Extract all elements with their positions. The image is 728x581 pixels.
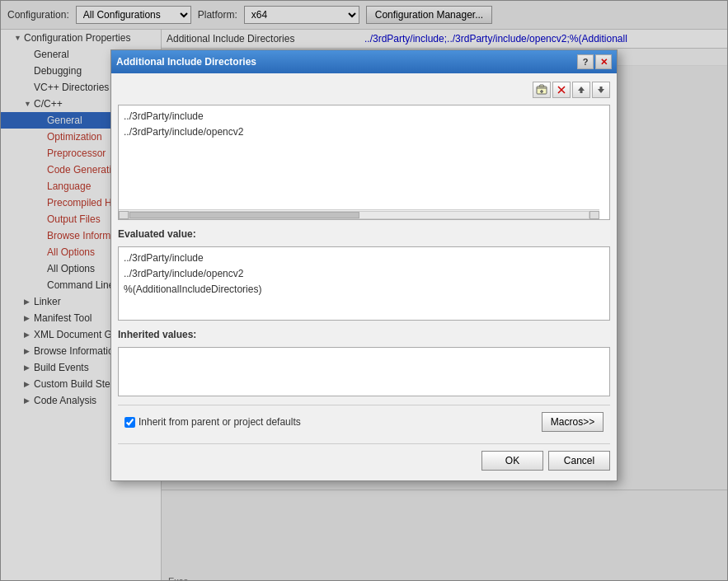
- dialog-title: Additional Include Directories: [116, 56, 256, 68]
- list-item[interactable]: ../3rdParty/include: [124, 109, 604, 124]
- cancel-button[interactable]: Cancel: [548, 451, 610, 471]
- dialog-footer: Inherit from parent or project defaults …: [118, 405, 610, 438]
- dialog-content: ../3rdParty/include ../3rdParty/include/…: [111, 73, 617, 480]
- dialog-titlebar: Additional Include Directories ? ✕: [111, 50, 617, 73]
- dialog-help-button[interactable]: ?: [577, 54, 594, 69]
- inherit-label-text: Inherit from parent or project defaults: [139, 416, 301, 428]
- list-item[interactable]: ../3rdParty/include/opencv2: [124, 124, 604, 140]
- move-down-button[interactable]: [592, 82, 610, 98]
- inherit-checkbox-label: Inherit from parent or project defaults: [124, 416, 301, 428]
- ok-cancel-area: OK Cancel: [118, 443, 610, 474]
- eval-line-1: ../3rdParty/include: [124, 251, 604, 266]
- dialog: Additional Include Directories ? ✕: [110, 49, 618, 481]
- dialog-close-button[interactable]: ✕: [595, 54, 612, 69]
- footer-left: Inherit from parent or project defaults: [124, 416, 301, 428]
- ok-button[interactable]: OK: [481, 451, 543, 471]
- move-up-button[interactable]: [572, 82, 590, 98]
- eval-line-2: ../3rdParty/include/opencv2: [124, 266, 604, 282]
- dialog-titlebar-buttons: ? ✕: [577, 54, 612, 69]
- delete-button[interactable]: [552, 82, 571, 98]
- svg-rect-1: [580, 91, 583, 93]
- eval-line-3: %(AdditionalIncludeDirectories): [124, 282, 604, 298]
- inherited-label: Inherited values:: [118, 326, 610, 342]
- add-folder-button[interactable]: [533, 82, 551, 98]
- evaluated-value-box: ../3rdParty/include ../3rdParty/include/…: [118, 246, 610, 321]
- footer-buttons: Macros>>: [542, 412, 604, 432]
- inherited-value-box: [118, 347, 610, 396]
- include-dirs-listbox[interactable]: ../3rdParty/include ../3rdParty/include/…: [118, 105, 610, 220]
- inherit-checkbox[interactable]: [124, 417, 135, 428]
- dialog-toolbar: [118, 80, 610, 100]
- main-window: Configuration: All Configurations Platfo…: [0, 0, 728, 581]
- svg-rect-2: [600, 87, 603, 89]
- modal-overlay: Additional Include Directories ? ✕: [0, 0, 728, 581]
- macros-button[interactable]: Macros>>: [542, 412, 604, 432]
- evaluated-label: Evaluated value:: [118, 225, 610, 241]
- listbox-content: ../3rdParty/include ../3rdParty/include/…: [119, 105, 609, 143]
